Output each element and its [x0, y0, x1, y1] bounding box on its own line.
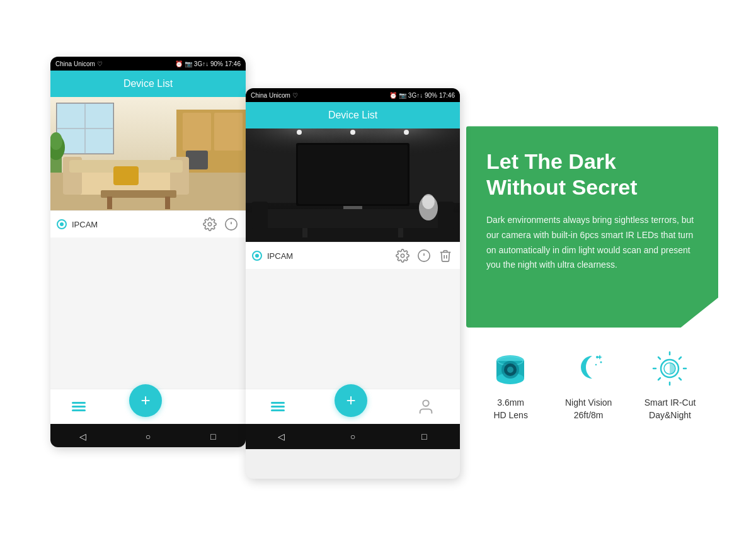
- svg-line-73: [658, 378, 660, 380]
- phone2-settings-icon[interactable]: [394, 248, 411, 264]
- green-card-title-line1: Let The Dark: [486, 149, 698, 174]
- phone1-heart-icon: ♡: [97, 60, 103, 67]
- svg-rect-37: [298, 145, 408, 204]
- phone2-time: 17:46: [439, 92, 455, 99]
- phone2-delete-icon[interactable]: [437, 248, 454, 264]
- svg-point-48: [422, 194, 435, 209]
- phone2-indicator-dot: [255, 254, 259, 258]
- phone2-camera-info: IPCAM: [246, 242, 460, 269]
- phone1-camera-indicator: [57, 219, 67, 229]
- feature-night-vision-label: Night Vision 26ft/8m: [565, 397, 612, 421]
- green-card: Let The Dark Without Secret Dark environ…: [466, 126, 718, 328]
- phone1-time: 17:46: [225, 60, 241, 67]
- green-card-description: Dark environments always bring sightless…: [486, 213, 698, 273]
- svg-rect-46: [438, 202, 454, 230]
- phone1-app-bar-title: Device List: [123, 78, 173, 89]
- features-row: 3.6mm HD Lens: [466, 346, 718, 421]
- phone2-android-nav: ◁ ○ □: [246, 424, 460, 449]
- phone2-carrier: China Unicom: [251, 92, 290, 99]
- phone1-settings-icon[interactable]: [202, 216, 218, 232]
- svg-rect-45: [252, 202, 268, 230]
- living-room-svg: [50, 97, 246, 210]
- phone2-heart-icon: ♡: [292, 92, 298, 99]
- feature-nv-line2: 26ft/8m: [565, 409, 612, 422]
- svg-rect-44: [258, 209, 447, 228]
- ir-cut-icon: [648, 346, 692, 391]
- phone2-bottom-nav: +: [246, 389, 460, 424]
- phone1-status-icons: ⏰ 📷 3G↑↓ 90%: [175, 60, 223, 67]
- phone1-add-button[interactable]: +: [129, 384, 162, 417]
- phone2-add-button[interactable]: +: [335, 384, 367, 417]
- phones-section: China Unicom ♡ ⏰ 📷 3G↑↓ 90% 17:46 Device…: [38, 38, 466, 510]
- phone2-recent-btn[interactable]: □: [417, 430, 431, 443]
- feature-lens-line2: HD Lens: [493, 409, 527, 422]
- svg-point-62: [600, 361, 602, 363]
- phone1-app-bar: Device List: [50, 71, 246, 97]
- svg-rect-19: [107, 197, 112, 209]
- phone-1: China Unicom ♡ ⏰ 📷 3G↑↓ 90% 17:46 Device…: [50, 57, 246, 447]
- night-vision-icon: [566, 346, 610, 391]
- svg-point-24: [208, 222, 212, 226]
- phone2-app-bar: Device List: [246, 102, 460, 128]
- right-section: Let The Dark Without Secret Dark environ…: [466, 126, 718, 421]
- phone1-thumbnail[interactable]: [50, 97, 246, 210]
- svg-rect-17: [113, 166, 139, 185]
- phone1-camera-info: IPCAM: [50, 210, 246, 237]
- phone2-status-icons: ⏰ 📷 3G↑↓ 90%: [389, 92, 437, 99]
- phone2-camera-icons: [394, 248, 454, 264]
- phone2-empty-area: [246, 269, 460, 389]
- phone2-back-btn[interactable]: ◁: [275, 430, 289, 443]
- phone1-camera-card: IPCAM: [50, 97, 246, 237]
- phone1-camera-icons: [202, 216, 239, 232]
- phone1-menu-icon[interactable]: [72, 402, 86, 411]
- phone1-android-nav: ◁ ○ □: [50, 424, 246, 447]
- phone2-menu-icon[interactable]: [271, 402, 285, 411]
- feature-night-vision: Night Vision 26ft/8m: [565, 346, 612, 421]
- page-container: China Unicom ♡ ⏰ 📷 3G↑↓ 90% 17:46 Device…: [0, 0, 756, 548]
- svg-point-49: [401, 254, 404, 258]
- phone2-info-icon[interactable]: [416, 248, 432, 264]
- feature-ir-cut: Smart IR-Cut Day&Night: [644, 346, 696, 421]
- svg-point-35: [404, 130, 409, 135]
- feature-ir-line2: Day&Night: [644, 409, 696, 422]
- phone2-camera-card: IPCAM: [246, 128, 460, 269]
- phone1-more-icon[interactable]: [223, 216, 239, 232]
- phone1-empty-area: [50, 237, 246, 389]
- svg-rect-10: [183, 113, 211, 151]
- phone2-status-bar: China Unicom ♡ ⏰ 📷 3G↑↓ 90% 17:46: [246, 88, 460, 102]
- phone2-home-btn[interactable]: ○: [346, 430, 360, 443]
- night-room-svg: [246, 128, 460, 242]
- phone2-thumbnail[interactable]: [246, 128, 460, 242]
- green-card-title-line2: Without Secret: [486, 174, 698, 200]
- phone1-back-btn[interactable]: ◁: [76, 430, 90, 443]
- lens-icon: [489, 346, 533, 391]
- feature-nv-line1: Night Vision: [565, 397, 612, 409]
- feature-ir-cut-label: Smart IR-Cut Day&Night: [644, 397, 696, 421]
- phone2-camera-indicator: [252, 251, 262, 261]
- green-card-title: Let The Dark Without Secret: [486, 149, 698, 200]
- phone2-profile-icon[interactable]: [417, 398, 435, 416]
- svg-line-72: [679, 357, 681, 359]
- feature-ir-line1: Smart IR-Cut: [644, 397, 696, 409]
- feature-lens-label: 3.6mm HD Lens: [493, 397, 527, 421]
- svg-point-63: [595, 364, 596, 365]
- phone1-indicator-dot: [60, 222, 64, 226]
- svg-point-53: [423, 400, 429, 406]
- phone1-home-btn[interactable]: ○: [141, 430, 155, 443]
- phone-2: China Unicom ♡ ⏰ 📷 3G↑↓ 90% 17:46 Device…: [246, 88, 460, 479]
- phone2-app-bar-title: Device List: [328, 110, 377, 121]
- phone1-camera-name: IPCAM: [72, 220, 197, 229]
- phone1-bottom-nav: +: [50, 389, 246, 424]
- svg-point-34: [350, 130, 355, 135]
- svg-point-60: [507, 367, 513, 373]
- feature-lens-line1: 3.6mm: [493, 397, 527, 409]
- svg-rect-20: [165, 197, 170, 209]
- phone1-carrier: China Unicom: [55, 60, 95, 67]
- svg-rect-11: [214, 113, 243, 151]
- feature-lens: 3.6mm HD Lens: [489, 346, 533, 421]
- svg-line-71: [679, 378, 681, 380]
- phone2-camera-name: IPCAM: [267, 251, 389, 261]
- phone1-status-bar: China Unicom ♡ ⏰ 📷 3G↑↓ 90% 17:46: [50, 57, 246, 71]
- phone1-recent-btn[interactable]: □: [206, 430, 220, 443]
- svg-line-70: [658, 357, 660, 359]
